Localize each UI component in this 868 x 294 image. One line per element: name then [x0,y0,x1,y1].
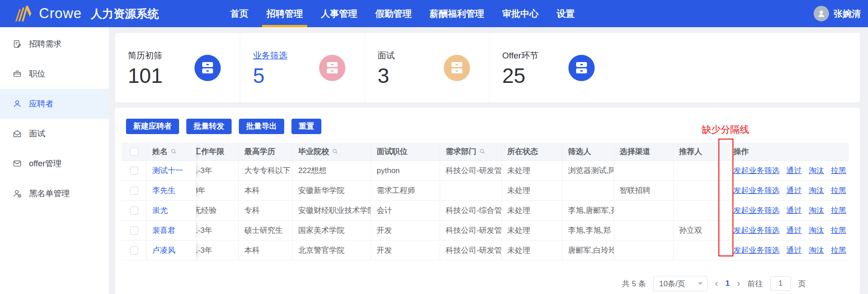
channel-cell: 智联招聘 [614,181,674,200]
start-business-screening-link[interactable]: 发起业务筛选 [733,225,780,236]
nav-item-approval[interactable]: 审批中心 [502,0,538,27]
table-header-row: 姓名 工作年限 最高学历 毕业院校 面试职位 需求部门 所在状态 筛选人 选择渠… [121,143,849,161]
row-checkbox[interactable] [130,227,138,235]
department-cell: 科技公司-综合管理 [440,201,502,220]
pass-link[interactable]: 通过 [786,245,802,255]
blacklist-link[interactable]: 拉黑 [831,245,846,255]
row-checkbox[interactable] [130,187,138,195]
nav-item-payroll[interactable]: 薪酬福利管理 [430,0,484,27]
start-business-screening-link[interactable]: 发起业务筛选 [733,165,780,176]
prev-page-button[interactable]: ‹ [715,279,718,289]
row-checkbox[interactable] [130,207,138,215]
sidebar-item-candidates[interactable]: 应聘者 [0,89,109,119]
goto-label: 前往 [747,279,763,289]
work-years-cell: 1-3年 [196,241,239,260]
candidate-name-link[interactable]: 测试十一 [152,165,183,176]
col-label: 毕业院校 [298,146,329,157]
nav-item-settings[interactable]: 设置 [557,0,575,27]
status-cell: 未处理 [502,181,563,200]
mail-open-icon [13,129,22,138]
stat-card-interview[interactable]: 面试 3 [364,33,489,102]
stat-value: 101 [128,65,163,86]
search-icon[interactable] [479,148,486,155]
status-cell: 未处理 [502,241,563,260]
eliminate-link[interactable]: 淘汰 [809,225,824,236]
start-business-screening-link[interactable]: 发起业务筛选 [733,245,780,255]
user-menu[interactable]: 张婉清 [814,0,861,27]
candidate-name-link[interactable]: 卢凌风 [152,245,175,255]
candidate-name-link[interactable]: 蚩尤 [152,205,168,216]
name-cell: 李先生 [147,181,196,200]
avatar [814,6,829,21]
stat-label: 面试 [378,50,395,62]
candidate-name-link[interactable]: 李先生 [152,185,175,196]
blacklist-link[interactable]: 拉黑 [831,165,846,176]
blacklist-link[interactable]: 拉黑 [831,205,846,216]
reset-button[interactable]: 重置 [291,119,321,134]
stat-card-business-screening[interactable]: 业务筛选 5 [240,33,364,102]
position-cell: 会计 [371,201,440,220]
stat-label: 简历初筛 [128,50,163,62]
stat-value: 3 [378,65,395,86]
total-count: 共 5 条 [622,279,646,289]
eliminate-link[interactable]: 淘汰 [809,165,824,176]
stat-card-resume-screening[interactable]: 简历初筛 101 [115,33,240,102]
position-cell: 开发 [371,221,440,240]
nav-item-hr[interactable]: 人事管理 [321,0,357,27]
col-school[interactable]: 毕业院校 [293,143,371,160]
goto-page-input[interactable] [770,276,791,291]
pass-link[interactable]: 通过 [786,165,802,176]
eliminate-link[interactable]: 淘汰 [809,185,824,196]
pass-link[interactable]: 通过 [786,225,802,236]
nav-item-attendance[interactable]: 假勤管理 [375,0,412,27]
row-checkbox[interactable] [130,167,138,175]
start-business-screening-link[interactable]: 发起业务筛选 [733,185,780,196]
table-row: 裴喜君 1-3年 硕士研究生 国家美术学院 开发 科技公司-研发管理 未处理 李… [121,221,849,241]
pass-link[interactable]: 通过 [786,185,802,196]
sidebar-item-blacklist[interactable]: 黑名单管理 [0,178,109,208]
candidate-name-link[interactable]: 裴喜君 [152,225,175,236]
department-cell: 科技公司-研发管理 [440,221,502,240]
pass-link[interactable]: 通过 [786,205,802,216]
batch-export-button[interactable]: 批量导出 [239,119,284,134]
screener-cell: 李旭,李旭,郑 [563,221,614,240]
stat-card-offer[interactable]: Offer环节 25 [489,33,614,102]
sidebar-item-interview[interactable]: 面试 [0,119,109,149]
select-all-checkbox[interactable] [130,148,138,156]
col-work-years: 工作年限 [196,143,239,160]
blacklist-link[interactable]: 拉黑 [831,185,846,196]
channel-cell [614,161,674,180]
actions-cell: 发起业务筛选 通过 淘汰 拉黑 [728,181,849,200]
batch-forward-button[interactable]: 批量转发 [186,119,232,134]
search-icon[interactable] [170,148,177,155]
page-size-select[interactable]: 10条/页 [653,276,708,291]
school-cell: 安徽新华学院 [293,181,371,200]
work-years-cell: 3年 [196,181,239,200]
next-page-button[interactable]: › [737,279,740,289]
col-position: 面试职位 [371,143,440,160]
nav-item-home[interactable]: 首页 [230,0,248,27]
col-name[interactable]: 姓名 [147,143,196,160]
start-business-screening-link[interactable]: 发起业务筛选 [733,205,780,216]
row-checkbox[interactable] [130,246,138,255]
col-channel: 选择渠道 [614,143,674,160]
sidebar-item-recruit-need[interactable]: 招聘需求 [0,29,109,59]
candidates-table: 姓名 工作年限 最高学历 毕业院校 面试职位 需求部门 所在状态 筛选人 选择渠… [121,143,849,260]
eliminate-link[interactable]: 淘汰 [809,205,824,216]
page-number-1[interactable]: 1 [725,279,729,288]
eliminate-link[interactable]: 淘汰 [809,245,824,255]
logo: Crowe 人力资源系统 [13,0,159,27]
nav-item-recruit[interactable]: 招聘管理 [267,0,303,27]
department-cell [440,181,502,200]
col-department[interactable]: 需求部门 [440,143,502,160]
search-icon[interactable] [332,148,339,155]
sidebar-item-position[interactable]: 职位 [0,59,109,89]
blacklist-link[interactable]: 拉黑 [831,225,846,236]
sidebar-item-label: 招聘需求 [29,39,62,49]
school-cell: 国家美术学院 [293,221,371,240]
sidebar-item-offer[interactable]: offer管理 [0,149,109,178]
name-cell: 卢凌风 [147,241,196,260]
new-candidate-button[interactable]: 新建应聘者 [126,119,179,134]
position-cell: 开发 [371,241,440,260]
col-status: 所在状态 [502,143,563,160]
